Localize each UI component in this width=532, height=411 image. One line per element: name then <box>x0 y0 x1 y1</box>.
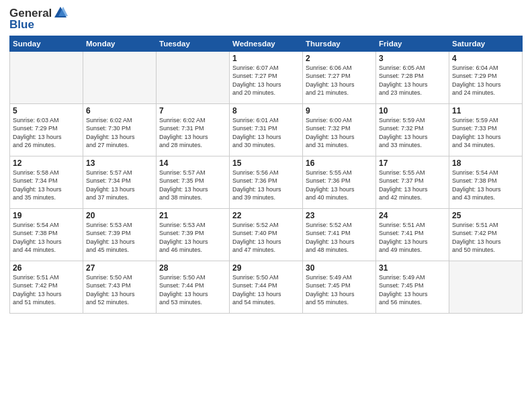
day-number: 23 <box>306 211 373 220</box>
day-info: Sunrise: 5:54 AMSunset: 7:38 PMDaylight:… <box>452 169 519 202</box>
weekday-header-sunday: Sunday <box>10 36 83 51</box>
calendar-cell: 13Sunrise: 5:57 AMSunset: 7:34 PMDayligh… <box>83 156 157 208</box>
calendar-cell: 24Sunrise: 5:51 AMSunset: 7:41 PMDayligh… <box>376 208 449 261</box>
day-info: Sunrise: 5:52 AMSunset: 7:41 PMDaylight:… <box>306 221 373 255</box>
day-info: Sunrise: 5:55 AMSunset: 7:36 PMDaylight:… <box>306 169 373 202</box>
day-number: 25 <box>452 211 519 220</box>
week-row-5: 26Sunrise: 5:51 AMSunset: 7:42 PMDayligh… <box>10 261 523 313</box>
calendar-cell <box>449 261 523 313</box>
day-number: 12 <box>13 158 80 168</box>
day-info: Sunrise: 6:06 AMSunset: 7:27 PMDaylight:… <box>306 64 373 97</box>
day-info: Sunrise: 6:00 AMSunset: 7:32 PMDaylight:… <box>306 116 373 150</box>
day-info: Sunrise: 5:59 AMSunset: 7:33 PMDaylight:… <box>452 116 519 150</box>
calendar-cell: 12Sunrise: 5:58 AMSunset: 7:34 PMDayligh… <box>10 156 83 208</box>
day-info: Sunrise: 5:49 AMSunset: 7:45 PMDaylight:… <box>306 273 373 307</box>
calendar-cell: 23Sunrise: 5:52 AMSunset: 7:41 PMDayligh… <box>303 208 376 261</box>
calendar-cell: 26Sunrise: 5:51 AMSunset: 7:42 PMDayligh… <box>10 261 83 313</box>
calendar-cell: 30Sunrise: 5:49 AMSunset: 7:45 PMDayligh… <box>303 261 376 313</box>
calendar-cell: 19Sunrise: 5:54 AMSunset: 7:38 PMDayligh… <box>10 208 83 261</box>
day-info: Sunrise: 5:57 AMSunset: 7:34 PMDaylight:… <box>86 169 153 202</box>
calendar-cell: 8Sunrise: 6:01 AMSunset: 7:31 PMDaylight… <box>230 103 303 156</box>
week-row-4: 19Sunrise: 5:54 AMSunset: 7:38 PMDayligh… <box>10 208 523 261</box>
page: General Blue SundayMondayTuesdayWednesda… <box>0 0 532 411</box>
calendar-cell: 20Sunrise: 5:53 AMSunset: 7:39 PMDayligh… <box>83 208 157 261</box>
calendar-cell: 28Sunrise: 5:50 AMSunset: 7:44 PMDayligh… <box>157 261 230 313</box>
logo-blue: Blue <box>9 18 68 32</box>
day-number: 29 <box>232 263 300 273</box>
day-number: 5 <box>13 106 80 116</box>
week-row-2: 5Sunrise: 6:03 AMSunset: 7:29 PMDaylight… <box>10 103 523 156</box>
day-info: Sunrise: 5:58 AMSunset: 7:34 PMDaylight:… <box>13 169 80 202</box>
calendar-cell <box>10 51 83 103</box>
weekday-header-monday: Monday <box>83 36 157 51</box>
day-info: Sunrise: 5:51 AMSunset: 7:42 PMDaylight:… <box>13 273 80 307</box>
weekday-header-row: SundayMondayTuesdayWednesdayThursdayFrid… <box>10 36 523 51</box>
day-info: Sunrise: 6:01 AMSunset: 7:31 PMDaylight:… <box>232 116 300 150</box>
day-number: 18 <box>452 158 519 168</box>
day-number: 8 <box>232 106 300 116</box>
day-number: 4 <box>452 54 519 63</box>
day-number: 2 <box>306 54 373 63</box>
week-row-3: 12Sunrise: 5:58 AMSunset: 7:34 PMDayligh… <box>10 156 523 208</box>
day-info: Sunrise: 5:50 AMSunset: 7:44 PMDaylight:… <box>232 273 300 307</box>
day-number: 1 <box>232 54 300 63</box>
calendar-cell: 7Sunrise: 6:02 AMSunset: 7:31 PMDaylight… <box>157 103 230 156</box>
day-number: 24 <box>379 211 446 220</box>
week-row-1: 1Sunrise: 6:07 AMSunset: 7:27 PMDaylight… <box>10 51 523 103</box>
calendar-cell: 10Sunrise: 5:59 AMSunset: 7:32 PMDayligh… <box>376 103 449 156</box>
weekday-header-thursday: Thursday <box>303 36 376 51</box>
day-info: Sunrise: 5:56 AMSunset: 7:36 PMDaylight:… <box>232 169 300 202</box>
calendar-cell: 25Sunrise: 5:51 AMSunset: 7:42 PMDayligh… <box>449 208 523 261</box>
day-number: 30 <box>306 263 373 273</box>
day-number: 26 <box>13 263 80 273</box>
day-info: Sunrise: 5:55 AMSunset: 7:37 PMDaylight:… <box>379 169 446 202</box>
day-number: 17 <box>379 158 446 168</box>
calendar-cell: 16Sunrise: 5:55 AMSunset: 7:36 PMDayligh… <box>303 156 376 208</box>
day-info: Sunrise: 5:57 AMSunset: 7:35 PMDaylight:… <box>159 169 226 202</box>
calendar-cell: 1Sunrise: 6:07 AMSunset: 7:27 PMDaylight… <box>230 51 303 103</box>
day-info: Sunrise: 6:02 AMSunset: 7:31 PMDaylight:… <box>159 116 226 150</box>
day-info: Sunrise: 5:54 AMSunset: 7:38 PMDaylight:… <box>13 221 80 255</box>
day-number: 6 <box>86 106 153 116</box>
calendar-cell: 11Sunrise: 5:59 AMSunset: 7:33 PMDayligh… <box>449 103 523 156</box>
day-number: 28 <box>159 263 226 273</box>
calendar-cell: 18Sunrise: 5:54 AMSunset: 7:38 PMDayligh… <box>449 156 523 208</box>
calendar-table: SundayMondayTuesdayWednesdayThursdayFrid… <box>9 36 523 314</box>
day-info: Sunrise: 6:05 AMSunset: 7:28 PMDaylight:… <box>379 64 446 97</box>
weekday-header-wednesday: Wednesday <box>230 36 303 51</box>
calendar-cell: 27Sunrise: 5:50 AMSunset: 7:43 PMDayligh… <box>83 261 157 313</box>
calendar-cell: 2Sunrise: 6:06 AMSunset: 7:27 PMDaylight… <box>303 51 376 103</box>
weekday-header-friday: Friday <box>376 36 449 51</box>
calendar-cell: 15Sunrise: 5:56 AMSunset: 7:36 PMDayligh… <box>230 156 303 208</box>
day-number: 14 <box>159 158 226 168</box>
day-number: 11 <box>452 106 519 116</box>
calendar-cell: 5Sunrise: 6:03 AMSunset: 7:29 PMDaylight… <box>10 103 83 156</box>
day-number: 13 <box>86 158 153 168</box>
day-number: 9 <box>306 106 373 116</box>
day-info: Sunrise: 6:04 AMSunset: 7:29 PMDaylight:… <box>452 64 519 97</box>
day-number: 20 <box>86 211 153 220</box>
day-info: Sunrise: 5:53 AMSunset: 7:39 PMDaylight:… <box>159 221 226 255</box>
day-number: 16 <box>306 158 373 168</box>
day-number: 3 <box>379 54 446 63</box>
calendar-cell: 3Sunrise: 6:05 AMSunset: 7:28 PMDaylight… <box>376 51 449 103</box>
day-number: 31 <box>379 263 446 273</box>
weekday-header-tuesday: Tuesday <box>157 36 230 51</box>
day-number: 22 <box>232 211 300 220</box>
day-info: Sunrise: 5:51 AMSunset: 7:42 PMDaylight:… <box>452 221 519 255</box>
weekday-header-saturday: Saturday <box>449 36 523 51</box>
calendar-cell: 31Sunrise: 5:49 AMSunset: 7:45 PMDayligh… <box>376 261 449 313</box>
day-number: 27 <box>86 263 153 273</box>
logo: General Blue <box>9 7 68 32</box>
day-info: Sunrise: 5:50 AMSunset: 7:43 PMDaylight:… <box>86 273 153 307</box>
day-info: Sunrise: 5:51 AMSunset: 7:41 PMDaylight:… <box>379 221 446 255</box>
day-number: 21 <box>159 211 226 220</box>
calendar-cell <box>157 51 230 103</box>
calendar-cell: 21Sunrise: 5:53 AMSunset: 7:39 PMDayligh… <box>157 208 230 261</box>
day-info: Sunrise: 6:07 AMSunset: 7:27 PMDaylight:… <box>232 64 300 97</box>
day-info: Sunrise: 6:02 AMSunset: 7:30 PMDaylight:… <box>86 116 153 150</box>
calendar-cell: 29Sunrise: 5:50 AMSunset: 7:44 PMDayligh… <box>230 261 303 313</box>
day-info: Sunrise: 5:59 AMSunset: 7:32 PMDaylight:… <box>379 116 446 150</box>
day-info: Sunrise: 5:52 AMSunset: 7:40 PMDaylight:… <box>232 221 300 255</box>
day-info: Sunrise: 5:49 AMSunset: 7:45 PMDaylight:… <box>379 273 446 307</box>
